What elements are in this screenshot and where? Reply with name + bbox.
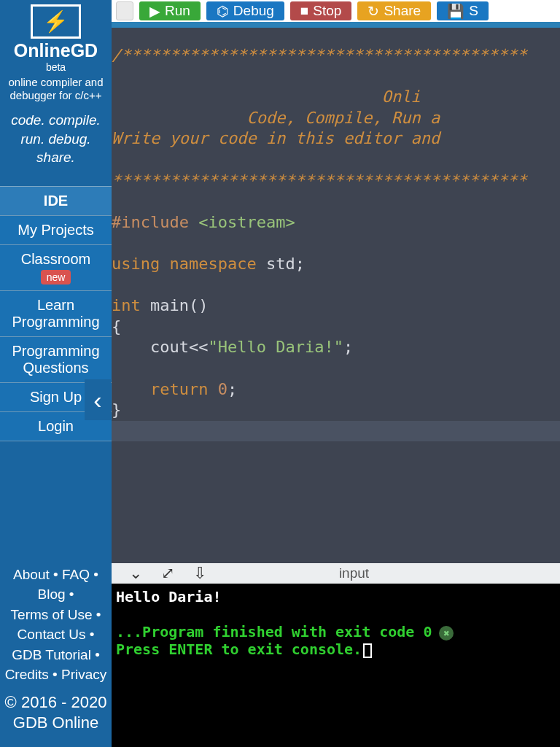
terminal-output-line: Hello Daria! <box>116 588 556 605</box>
download-icon[interactable]: ⇩ <box>193 564 206 583</box>
tab-strip <box>112 22 560 28</box>
nav-programming-questions[interactable]: Programming Questions <box>0 337 112 383</box>
copyright: © 2016 - 2020 GDB Online <box>0 692 112 747</box>
terminal[interactable]: Hello Daria! ...Program finished with ex… <box>112 584 560 747</box>
code-line: Write your code in this editor and <box>112 129 450 147</box>
footer-links: About • FAQ • Blog • Terms of Use • Cont… <box>0 560 112 692</box>
terminal-cursor <box>363 643 372 658</box>
debug-label: Debug <box>233 3 274 19</box>
share-button[interactable]: ↻Share <box>357 1 431 20</box>
current-line-highlight <box>112 421 560 442</box>
link-faq[interactable]: FAQ <box>62 567 90 582</box>
logo-icon: ⚡ <box>31 4 81 39</box>
code-editor[interactable]: /***************************************… <box>112 28 560 563</box>
code-line: using namespace std; <box>112 255 305 273</box>
stop-label: Stop <box>313 3 341 19</box>
chevron-down-icon[interactable]: ⌄ <box>129 564 142 583</box>
link-gdb-tutorial[interactable]: GDB Tutorial <box>12 647 91 662</box>
badge-new: new <box>41 270 71 285</box>
code-line: cout<<"Hello Daria!"; <box>112 338 353 356</box>
toolbar: ▶Run ⌬Debug ■Stop ↻Share 💾S <box>112 0 560 22</box>
tagline: online compiler and debugger for c/c++ <box>0 76 112 102</box>
play-icon: ▶ <box>149 3 160 20</box>
nav-my-projects[interactable]: My Projects <box>0 216 112 245</box>
code-line: return 0; <box>112 380 237 398</box>
terminal-header: ⌄ ⤢ ⇩ input <box>112 563 560 584</box>
code-line: ****************************************… <box>112 171 527 190</box>
motto: code. compile. run. debug. share. <box>0 102 112 186</box>
save-button[interactable]: 💾S <box>437 1 489 20</box>
save-icon: 💾 <box>447 3 464 20</box>
code-line: Onli <box>112 88 421 106</box>
sidebar: ⚡ OnlineGD beta online compiler and debu… <box>0 0 112 747</box>
debug-button[interactable]: ⌬Debug <box>206 1 284 20</box>
link-contact[interactable]: Contact Us <box>18 627 86 642</box>
terminal-status-line: ...Program finished with exit code 0 <box>116 623 432 640</box>
code-line: { <box>112 317 121 336</box>
expand-icon[interactable]: ⤢ <box>161 564 174 583</box>
run-label: Run <box>165 3 190 19</box>
brand-badge: beta <box>0 61 112 73</box>
new-file-button[interactable] <box>116 1 133 20</box>
code-line: } <box>112 400 121 419</box>
debug-icon: ⌬ <box>217 3 229 20</box>
brand-name: OnlineGD <box>0 40 112 61</box>
nav-ide[interactable]: IDE <box>0 187 112 216</box>
nav-learn-programming[interactable]: Learn Programming <box>0 291 112 337</box>
success-icon: ✖ <box>439 626 454 640</box>
link-privacy[interactable]: Privacy <box>61 667 106 682</box>
stop-icon: ■ <box>300 3 308 19</box>
link-terms[interactable]: Terms of Use <box>11 607 93 622</box>
code-line: /***************************************… <box>112 46 527 64</box>
code-line: int main() <box>112 296 208 314</box>
collapse-sidebar-button[interactable]: ‹ <box>85 379 111 420</box>
link-credits[interactable]: Credits <box>5 667 49 682</box>
code-line: Code, Compile, Run a <box>112 109 440 127</box>
terminal-prompt-line: Press ENTER to exit console. <box>116 640 362 658</box>
run-button[interactable]: ▶Run <box>139 1 201 20</box>
nav-classroom[interactable]: Classroom new <box>0 245 112 291</box>
code-line: #include <iostream> <box>112 213 295 231</box>
save-label: S <box>469 3 478 19</box>
stop-button[interactable]: ■Stop <box>290 1 352 20</box>
share-icon: ↻ <box>368 3 379 20</box>
link-about[interactable]: About <box>13 567 50 582</box>
logo-area: ⚡ OnlineGD beta <box>0 0 112 76</box>
nav-classroom-label: Classroom <box>21 251 91 267</box>
chevron-left-icon: ‹ <box>93 386 101 414</box>
link-blog[interactable]: Blog <box>38 587 66 602</box>
terminal-tab-label[interactable]: input <box>206 565 560 581</box>
share-label: Share <box>384 3 421 19</box>
